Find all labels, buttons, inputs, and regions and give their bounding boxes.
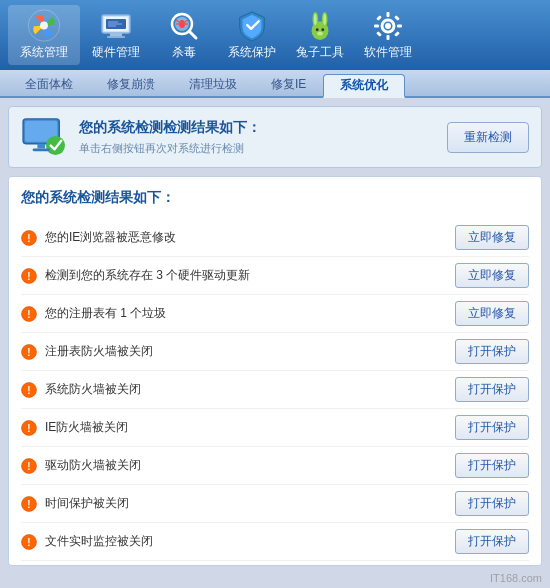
nav-kill-label: 杀毒: [172, 44, 196, 61]
svg-text:!: !: [27, 347, 30, 358]
result-item-4: ! 系统防火墙被关闭 打开保护: [21, 371, 529, 409]
action-btn-0[interactable]: 立即修复: [455, 225, 529, 250]
summary-title: 您的系统检测检测结果如下：: [79, 119, 261, 137]
warning-icon-8: !: [21, 534, 37, 550]
svg-point-21: [314, 13, 317, 24]
tab-fullcheck[interactable]: 全面体检: [8, 72, 90, 96]
warning-icon-1: !: [21, 268, 37, 284]
result-text-0: 您的IE浏览器被恶意修改: [45, 229, 176, 246]
nav-rabbit[interactable]: 兔子工具: [288, 5, 352, 65]
warning-icon-2: !: [21, 306, 37, 322]
nav-hardware-label: 硬件管理: [92, 44, 140, 61]
result-left-0: ! 您的IE浏览器被恶意修改: [21, 229, 455, 246]
watermark: IT168.com: [490, 572, 542, 584]
action-btn-5[interactable]: 打开保护: [455, 415, 529, 440]
svg-text:!: !: [27, 385, 30, 396]
svg-rect-30: [374, 24, 379, 27]
warning-icon-6: !: [21, 458, 37, 474]
result-left-1: ! 检测到您的系统存在 3 个硬件驱动更新: [21, 267, 455, 284]
svg-point-13: [179, 20, 185, 28]
nav-software-label: 软件管理: [364, 44, 412, 61]
logo-label: 系统管理: [20, 44, 68, 61]
svg-text:!: !: [27, 423, 30, 434]
kill-icon: [166, 9, 202, 42]
nav-protect-label: 系统保护: [228, 44, 276, 61]
warning-icon-7: !: [21, 496, 37, 512]
tab-fixie[interactable]: 修复IE: [254, 72, 323, 96]
svg-text:!: !: [27, 271, 30, 282]
result-left-7: ! 时间保护被关闭: [21, 495, 455, 512]
svg-rect-39: [37, 144, 45, 149]
action-btn-4[interactable]: 打开保护: [455, 377, 529, 402]
hardware-icon: [98, 9, 134, 42]
result-item-0: ! 您的IE浏览器被恶意修改 立即修复: [21, 219, 529, 257]
svg-text:!: !: [27, 309, 30, 320]
protect-icon: [234, 9, 270, 42]
result-item-7: ! 时间保护被关闭 打开保护: [21, 485, 529, 523]
nav-software[interactable]: 软件管理: [356, 5, 420, 65]
recheck-button[interactable]: 重新检测: [447, 122, 529, 153]
section-title: 您的系统检测结果如下：: [21, 189, 529, 207]
result-left-5: ! IE防火墙被关闭: [21, 419, 455, 436]
svg-rect-34: [376, 31, 382, 37]
summary-subtitle: 单击右侧按钮再次对系统进行检测: [79, 141, 261, 156]
svg-point-1: [40, 22, 48, 30]
svg-rect-33: [394, 15, 400, 21]
svg-rect-5: [107, 36, 125, 38]
svg-rect-35: [394, 31, 400, 37]
svg-point-27: [385, 23, 391, 29]
svg-rect-31: [397, 24, 402, 27]
action-btn-8[interactable]: 打开保护: [455, 529, 529, 554]
result-text-1: 检测到您的系统存在 3 个硬件驱动更新: [45, 267, 250, 284]
action-btn-6[interactable]: 打开保护: [455, 453, 529, 478]
result-left-4: ! 系统防火墙被关闭: [21, 381, 455, 398]
svg-rect-28: [387, 12, 390, 17]
nav-logo[interactable]: 系统管理: [8, 5, 80, 65]
svg-text:!: !: [27, 499, 30, 510]
result-item-1: ! 检测到您的系统存在 3 个硬件驱动更新 立即修复: [21, 257, 529, 295]
svg-text:!: !: [27, 233, 30, 244]
action-btn-2[interactable]: 立即修复: [455, 301, 529, 326]
warning-icon-0: !: [21, 230, 37, 246]
result-text-8: 文件实时监控被关闭: [45, 533, 153, 550]
computer-icon: [21, 117, 69, 157]
results-list: ! 您的IE浏览器被恶意修改 立即修复 ! 检测到您的系统存在 3 个硬件驱动更…: [21, 219, 529, 561]
svg-text:!: !: [27, 461, 30, 472]
svg-point-24: [321, 28, 324, 31]
warning-icon-3: !: [21, 344, 37, 360]
result-left-3: ! 注册表防火墙被关闭: [21, 343, 455, 360]
svg-rect-4: [110, 33, 122, 36]
action-btn-3[interactable]: 打开保护: [455, 339, 529, 364]
result-item-6: ! 驱动防火墙被关闭 打开保护: [21, 447, 529, 485]
result-item-3: ! 注册表防火墙被关闭 打开保护: [21, 333, 529, 371]
nav-rabbit-label: 兔子工具: [296, 44, 344, 61]
svg-line-12: [189, 31, 196, 38]
nav-kill[interactable]: 杀毒: [152, 5, 216, 65]
result-text-2: 您的注册表有 1 个垃圾: [45, 305, 166, 322]
summary-left: 您的系统检测检测结果如下： 单击右侧按钮再次对系统进行检测: [21, 117, 261, 157]
summary-text: 您的系统检测检测结果如下： 单击右侧按钮再次对系统进行检测: [79, 119, 261, 156]
svg-text:!: !: [27, 537, 30, 548]
svg-point-23: [316, 28, 319, 31]
result-item-5: ! IE防火墙被关闭 打开保护: [21, 409, 529, 447]
result-text-4: 系统防火墙被关闭: [45, 381, 141, 398]
result-text-6: 驱动防火墙被关闭: [45, 457, 141, 474]
top-nav: 系统管理 硬件管理: [0, 0, 550, 70]
tab-optimize[interactable]: 系统优化: [323, 74, 405, 98]
action-btn-1[interactable]: 立即修复: [455, 263, 529, 288]
nav-hardware[interactable]: 硬件管理: [84, 5, 148, 65]
summary-panel: 您的系统检测检测结果如下： 单击右侧按钮再次对系统进行检测 重新检测: [8, 106, 542, 168]
action-btn-7[interactable]: 打开保护: [455, 491, 529, 516]
tab-bar: 全面体检 修复崩溃 清理垃圾 修复IE 系统优化: [0, 70, 550, 98]
warning-icon-5: !: [21, 420, 37, 436]
svg-point-25: [317, 31, 323, 35]
tab-cleanjunk[interactable]: 清理垃圾: [172, 72, 254, 96]
result-item-2: ! 您的注册表有 1 个垃圾 立即修复: [21, 295, 529, 333]
result-left-6: ! 驱动防火墙被关闭: [21, 457, 455, 474]
svg-rect-29: [387, 35, 390, 40]
tab-fixbsod[interactable]: 修复崩溃: [90, 72, 172, 96]
result-text-5: IE防火墙被关闭: [45, 419, 128, 436]
nav-protect[interactable]: 系统保护: [220, 5, 284, 65]
result-text-7: 时间保护被关闭: [45, 495, 129, 512]
warning-icon-4: !: [21, 382, 37, 398]
